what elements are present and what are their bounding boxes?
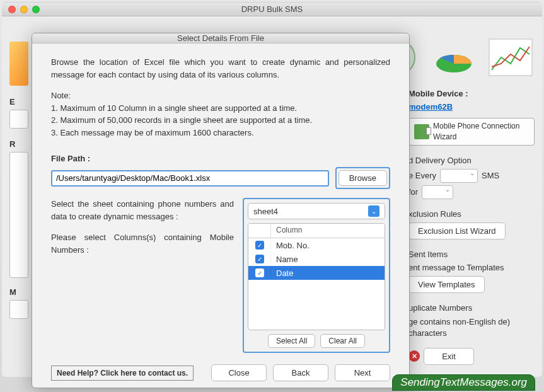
device-label: Mobile Device :: [408, 89, 535, 98]
browse-highlight: Browse: [335, 167, 390, 189]
filepath-label: File Path :: [51, 154, 390, 163]
exit-icon: ✕: [408, 350, 420, 362]
columns-table: Column ✓ Mob. No. ✓ Name ✓: [248, 223, 385, 330]
filepath-row: Browse: [51, 167, 390, 189]
selection-buttons: Select All Clear All: [248, 334, 385, 348]
device-link[interactable]: modem62B: [408, 102, 535, 112]
main-titlebar: DRPU Bulk SMS: [2, 3, 542, 16]
main-window: DRPU Bulk SMS $ E R M Mobile Device : mo…: [2, 2, 542, 377]
modal-body: Browse the location of Excel file which …: [32, 43, 409, 390]
phone-connection-icon: [414, 124, 429, 139]
intro-text: Browse the location of Excel file which …: [51, 56, 390, 81]
close-button[interactable]: Close: [211, 364, 267, 381]
exit-row: ✕ Exit: [408, 348, 535, 365]
duplicate-label: uplicate Numbers: [408, 303, 535, 313]
help-link[interactable]: Need Help? Click here to contact us.: [51, 366, 194, 381]
delivery-row-2: for ⌄: [408, 185, 535, 199]
main-title: DRPU Bulk SMS: [241, 4, 303, 14]
sheet-prompt: Select the sheet containing phone number…: [51, 198, 234, 222]
note-2: 2. Maximum of 50,000 records in a single…: [51, 114, 390, 127]
every-label: e Every: [408, 171, 436, 180]
next-button[interactable]: Next: [335, 364, 390, 381]
note-block: Note: 1. Maximum of 10 Column in a singl…: [51, 89, 390, 139]
close-window-icon[interactable]: [8, 6, 16, 13]
pie-chart-icon: [429, 35, 479, 79]
watermark-text: SendingTextMessages: [400, 376, 508, 388]
note-3: 3. Each message may be of maximum 1600 c…: [51, 127, 390, 139]
orange-tab-icon: [9, 42, 28, 86]
column-name: Mob. No.: [271, 241, 385, 250]
filepath-input[interactable]: [51, 170, 329, 187]
table-row[interactable]: ✓ Date: [248, 266, 385, 280]
delivery-row-1: e Every ⌄ SMS: [408, 169, 535, 183]
templates-label: ent message to Templates: [408, 263, 535, 272]
modal-title: Select Details From File: [32, 33, 409, 43]
minimize-window-icon[interactable]: [20, 6, 28, 13]
header-check-cell: [248, 224, 271, 238]
table-row[interactable]: ✓ Mob. No.: [248, 238, 385, 252]
view-templates-button[interactable]: View Templates: [408, 276, 485, 293]
checkbox-icon[interactable]: ✓: [255, 268, 264, 277]
for-label: for: [408, 187, 418, 197]
browse-button[interactable]: Browse: [339, 170, 387, 186]
bg-box-m: [9, 300, 28, 319]
wizard-label: Mobile Phone Connection Wizard: [433, 121, 529, 142]
sheet-left: Select the sheet containing phone number…: [51, 198, 234, 353]
watermark-suffix: .org: [509, 376, 527, 388]
bg-label-m: M: [9, 287, 16, 297]
sheet-row: Select the sheet containing phone number…: [51, 198, 390, 353]
zoom-window-icon[interactable]: [32, 6, 40, 13]
unicode-label: ge contains non-English de) characters: [408, 316, 535, 339]
sheet-select-value: sheet4: [253, 207, 278, 216]
bg-box-r: [9, 152, 28, 278]
bg-box-e: [9, 110, 28, 129]
chevron-down-icon: ⌄: [368, 205, 379, 217]
clear-all-button[interactable]: Clear All: [320, 334, 365, 348]
main-body: $ E R M Mobile Device : modem62B Mobile …: [2, 16, 542, 377]
exit-button[interactable]: Exit: [424, 348, 474, 365]
columns-header-row: Column: [248, 224, 385, 238]
sent-items-label: Sent Items: [408, 250, 535, 259]
sheet-select[interactable]: sheet4 ⌄: [248, 203, 385, 219]
bg-label-r: R: [9, 139, 15, 149]
delivery-option-label: d Delivery Option: [408, 156, 535, 165]
sms-label: SMS: [482, 171, 499, 180]
back-button[interactable]: Back: [273, 364, 328, 381]
note-label: Note:: [51, 89, 390, 102]
select-all-button[interactable]: Select All: [268, 334, 315, 348]
connection-wizard-button[interactable]: Mobile Phone Connection Wizard: [408, 118, 535, 146]
modal-footer: Need Help? Click here to contact us. Clo…: [51, 353, 390, 381]
column-name: Date: [271, 268, 385, 278]
bg-label-e: E: [9, 97, 15, 107]
column-name: Name: [271, 255, 385, 264]
select-details-modal: Select Details From File Browse the loca…: [32, 33, 410, 388]
line-chart-icon: [485, 35, 536, 79]
exclusion-label: xclusion Rules: [408, 209, 535, 219]
for-input[interactable]: ⌄: [422, 185, 453, 199]
right-panel: Mobile Device : modem62B Mobile Phone Co…: [408, 89, 535, 365]
footer-buttons: Close Back Next: [211, 364, 390, 381]
exclusion-wizard-button[interactable]: Exclusion List Wizard: [408, 222, 506, 239]
table-row[interactable]: ✓ Name: [248, 252, 385, 266]
column-header: Column: [271, 224, 307, 238]
sheet-right-panel: sheet4 ⌄ Column ✓ Mob. No.: [243, 198, 390, 353]
checkbox-icon[interactable]: ✓: [255, 241, 264, 250]
watermark: SendingTextMessages.org: [392, 374, 535, 391]
note-1: 1. Maximum of 10 Column in a single shee…: [51, 102, 390, 115]
svg-rect-3: [489, 39, 532, 76]
columns-prompt: Please select Columns(s) containing Mobi…: [51, 231, 234, 256]
every-input[interactable]: ⌄: [440, 169, 478, 183]
traffic-lights: [8, 6, 40, 13]
checkbox-icon[interactable]: ✓: [255, 255, 264, 263]
